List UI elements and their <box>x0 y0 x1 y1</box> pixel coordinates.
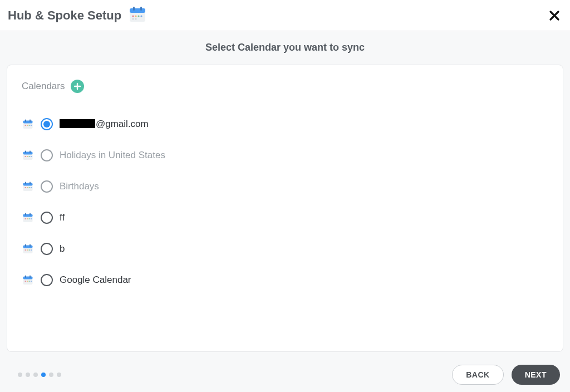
calendar-radio[interactable] <box>41 274 53 286</box>
svg-rect-27 <box>23 183 33 186</box>
redacted-text <box>60 119 95 128</box>
calendar-icon <box>22 118 34 130</box>
progress-dot <box>57 373 61 377</box>
next-button[interactable]: NEXT <box>512 365 560 385</box>
calendar-item: Google Calendar <box>22 264 548 296</box>
calendar-radio <box>41 180 53 193</box>
progress-dot <box>26 373 30 377</box>
calendar-icon <box>22 180 34 193</box>
back-button[interactable]: BACK <box>452 365 503 385</box>
calendar-icon <box>22 212 34 224</box>
calendar-item: ff <box>22 202 548 233</box>
subtitle-wrap: Select Calendar you want to sync <box>0 31 570 60</box>
svg-point-6 <box>138 15 140 17</box>
progress-dot <box>49 373 53 377</box>
close-button[interactable] <box>547 8 562 23</box>
calendar-label: ff <box>60 212 65 223</box>
svg-rect-35 <box>23 214 33 217</box>
dialog-header: Hub & Spoke Setup <box>0 0 570 31</box>
svg-point-31 <box>27 187 28 188</box>
calendar-item: Holidays in United States <box>22 140 548 171</box>
svg-rect-45 <box>30 244 31 247</box>
calendar-radio <box>41 149 53 161</box>
svg-rect-3 <box>140 7 142 11</box>
svg-rect-20 <box>25 151 26 154</box>
svg-rect-37 <box>30 213 31 216</box>
svg-point-40 <box>28 218 30 219</box>
svg-point-39 <box>27 218 28 219</box>
svg-rect-28 <box>25 182 26 185</box>
svg-point-25 <box>31 156 32 157</box>
calendar-icon <box>22 274 34 286</box>
svg-point-23 <box>27 156 28 157</box>
progress-dots <box>18 373 61 377</box>
section-title: Calendars <box>22 81 65 92</box>
svg-point-32 <box>28 187 30 188</box>
svg-rect-21 <box>30 151 31 154</box>
calendar-icon <box>22 243 34 255</box>
calendar-label: b <box>60 243 65 254</box>
calendar-icon <box>128 5 147 26</box>
svg-point-9 <box>135 18 137 19</box>
svg-rect-11 <box>23 121 33 124</box>
svg-point-15 <box>27 125 28 126</box>
footer: BACK NEXT <box>0 357 570 392</box>
svg-point-47 <box>27 249 28 251</box>
calendar-label: Holidays in United States <box>60 150 165 161</box>
svg-point-16 <box>28 125 30 126</box>
svg-point-41 <box>31 218 32 219</box>
calendar-item: Birthdays <box>22 171 548 202</box>
svg-point-33 <box>31 187 32 188</box>
svg-rect-36 <box>25 213 26 216</box>
main-card: Calendars @gmail.com Holidays in United … <box>7 65 563 352</box>
calendar-label: @gmail.com <box>60 119 149 130</box>
svg-point-4 <box>132 15 134 17</box>
calendar-icon <box>22 149 34 161</box>
svg-point-48 <box>28 249 30 251</box>
progress-dot <box>33 373 38 377</box>
svg-point-38 <box>24 218 26 219</box>
svg-rect-51 <box>23 277 33 280</box>
svg-point-5 <box>135 15 137 17</box>
progress-dot <box>18 373 22 377</box>
svg-rect-19 <box>23 152 33 155</box>
svg-rect-29 <box>30 182 31 185</box>
svg-point-49 <box>31 249 32 251</box>
svg-point-57 <box>31 281 32 282</box>
page-subtitle: Select Calendar you want to sync <box>205 42 365 53</box>
svg-point-46 <box>24 249 26 251</box>
svg-rect-13 <box>30 120 31 122</box>
svg-rect-53 <box>30 276 31 278</box>
calendar-radio[interactable] <box>41 212 53 224</box>
calendar-item: @gmail.com <box>22 109 548 140</box>
calendar-label: Birthdays <box>60 181 99 192</box>
svg-point-56 <box>28 281 30 282</box>
svg-point-22 <box>24 156 26 157</box>
calendar-list: @gmail.com Holidays in United States Bir… <box>22 109 548 296</box>
svg-rect-1 <box>130 8 145 13</box>
svg-point-14 <box>24 125 26 126</box>
svg-point-24 <box>28 156 30 157</box>
svg-rect-43 <box>23 246 33 248</box>
svg-rect-12 <box>25 120 26 122</box>
svg-point-7 <box>141 15 142 17</box>
calendar-label: Google Calendar <box>60 275 131 286</box>
svg-point-30 <box>24 187 26 188</box>
progress-dot <box>41 373 46 377</box>
svg-rect-52 <box>25 276 26 278</box>
svg-point-55 <box>27 281 28 282</box>
svg-rect-44 <box>25 244 26 247</box>
calendar-radio[interactable] <box>41 243 53 255</box>
plus-icon <box>73 82 81 90</box>
add-calendar-button[interactable] <box>71 80 84 93</box>
svg-point-17 <box>31 125 32 126</box>
svg-point-8 <box>132 18 134 19</box>
calendar-item: b <box>22 233 548 264</box>
svg-point-54 <box>24 281 26 282</box>
dialog-title: Hub & Spoke Setup <box>8 8 121 23</box>
svg-rect-2 <box>133 7 135 11</box>
calendar-radio[interactable] <box>41 118 53 130</box>
